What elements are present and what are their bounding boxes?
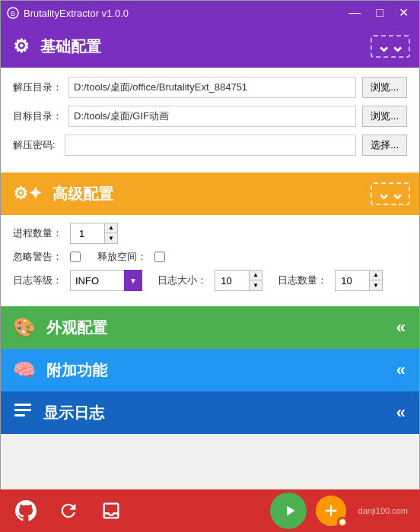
log-level-select[interactable]: DEBUG INFO WARNING ERROR xyxy=(70,270,142,291)
process-count-input[interactable] xyxy=(71,223,104,243)
advanced-settings-icon: ⚙✦ xyxy=(13,184,42,204)
target-dir-row: 目标目录： 浏览... xyxy=(13,106,407,127)
basic-config-header[interactable]: ⚙ 基础配置 ⌄⌄ xyxy=(1,25,419,68)
logs-title: 显示日志 xyxy=(43,403,104,423)
title-bar: B BrutalityExtractor v1.0.0 — □ ✕ xyxy=(1,1,419,25)
extract-dir-input[interactable] xyxy=(68,77,356,98)
inbox-icon[interactable] xyxy=(97,497,125,524)
appearance-header[interactable]: 🎨 外观配置 « xyxy=(1,306,419,349)
log-count-spin-buttons: ▲ ▼ xyxy=(369,271,382,290)
basic-config-title: 基础配置 xyxy=(40,36,101,57)
svg-text:B: B xyxy=(11,10,15,17)
appearance-title: 外观配置 xyxy=(46,318,107,338)
add-circle-overlay xyxy=(337,517,348,527)
extra-expand-icon: « xyxy=(392,360,410,380)
title-bar-left: B BrutalityExtractor v1.0.0 xyxy=(7,7,129,19)
svg-rect-2 xyxy=(14,404,31,406)
svg-rect-3 xyxy=(14,409,31,411)
ignore-release-row: 忽略警告： 释放空间： xyxy=(13,250,407,264)
extra-icon: 🧠 xyxy=(13,359,36,381)
app-icon: B xyxy=(7,7,19,19)
log-size-spinner[interactable]: ▲ ▼ xyxy=(215,270,262,291)
log-size-spin-buttons: ▲ ▼ xyxy=(249,271,262,290)
log-level-select-wrap: DEBUG INFO WARNING ERROR ▼ xyxy=(70,270,142,291)
process-count-row: 进程数量： ▲ ▼ xyxy=(13,223,407,244)
advanced-config-expand-icon: ⌄⌄ xyxy=(371,182,410,205)
log-count-input[interactable] xyxy=(336,271,369,290)
extract-dir-browse-button[interactable]: 浏览... xyxy=(362,77,407,98)
watermark: danji100.com xyxy=(358,506,408,515)
appearance-icon: 🎨 xyxy=(13,317,36,338)
github-icon[interactable] xyxy=(12,497,40,524)
log-size-down-button[interactable]: ▼ xyxy=(250,280,262,290)
advanced-config-body: 进程数量： ▲ ▼ 忽略警告： 释放空间： 日志等级： DEBUG INFO W… xyxy=(1,215,419,306)
ignore-checkbox[interactable] xyxy=(70,252,81,262)
play-button[interactable] xyxy=(270,492,307,529)
extra-header[interactable]: 🧠 附加功能 « xyxy=(1,349,419,391)
maximize-button[interactable]: □ xyxy=(371,5,388,21)
password-label: 解压密码: xyxy=(13,138,59,152)
password-choose-button[interactable]: 选择... xyxy=(362,135,407,156)
minimize-button[interactable]: — xyxy=(344,5,365,21)
logs-icon xyxy=(13,401,33,425)
ignore-checkbox-wrap xyxy=(70,252,81,262)
basic-config-body: 解压目录： 浏览... 目标目录： 浏览... 解压密码: 选择... xyxy=(1,68,419,173)
extract-dir-label: 解压目录： xyxy=(13,81,62,94)
process-count-up-button[interactable]: ▲ xyxy=(105,223,117,233)
release-checkbox[interactable] xyxy=(154,252,165,262)
bottom-right-controls: danji100.com xyxy=(270,492,408,529)
log-settings-row: 日志等级： DEBUG INFO WARNING ERROR ▼ 日志大小： ▲… xyxy=(13,270,407,291)
app-title: BrutalityExtractor v1.0.0 xyxy=(24,8,129,19)
password-input[interactable] xyxy=(65,135,356,156)
basic-config-expand-icon: ⌄⌄ xyxy=(371,35,410,58)
logs-expand-icon: « xyxy=(392,403,410,423)
target-dir-label: 目标目录： xyxy=(13,109,62,123)
process-count-spin-buttons: ▲ ▼ xyxy=(104,223,117,243)
ignore-label: 忽略警告： xyxy=(13,250,62,264)
target-dir-browse-button[interactable]: 浏览... xyxy=(362,106,407,127)
appearance-expand-icon: « xyxy=(392,318,410,337)
password-row: 解压密码: 选择... xyxy=(13,135,407,156)
close-button[interactable]: ✕ xyxy=(394,5,413,21)
release-label: 释放空间： xyxy=(97,250,147,264)
log-count-label: 日志数量： xyxy=(278,274,327,287)
advanced-config-header[interactable]: ⚙✦ 高级配置 ⌄⌄ xyxy=(1,173,419,215)
extra-title: 附加功能 xyxy=(46,360,107,381)
list-icon xyxy=(13,401,33,420)
log-count-up-button[interactable]: ▲ xyxy=(370,271,382,280)
log-count-spinner[interactable]: ▲ ▼ xyxy=(335,270,383,291)
bottom-bar: danji100.com xyxy=(0,489,420,532)
release-checkbox-wrap xyxy=(154,252,165,262)
process-count-spinner[interactable]: ▲ ▼ xyxy=(70,223,118,244)
log-size-up-button[interactable]: ▲ xyxy=(250,271,262,280)
refresh-icon[interactable] xyxy=(55,497,82,524)
log-count-down-button[interactable]: ▼ xyxy=(370,280,382,290)
process-count-label: 进程数量： xyxy=(13,226,62,240)
svg-point-5 xyxy=(339,520,345,525)
log-size-label: 日志大小： xyxy=(158,274,207,287)
title-bar-controls: — □ ✕ xyxy=(344,5,413,21)
add-button[interactable] xyxy=(316,496,346,526)
logs-header[interactable]: 显示日志 « xyxy=(1,391,419,434)
settings-icon: ⚙ xyxy=(13,36,30,57)
advanced-config-title: 高级配置 xyxy=(52,184,113,204)
log-size-input[interactable] xyxy=(215,271,249,290)
svg-rect-4 xyxy=(14,414,25,416)
bottom-left-icons xyxy=(12,497,125,524)
target-dir-input[interactable] xyxy=(68,106,356,127)
extract-dir-row: 解压目录： 浏览... xyxy=(13,77,407,98)
log-level-label: 日志等级： xyxy=(13,274,62,287)
process-count-down-button[interactable]: ▼ xyxy=(105,233,117,243)
